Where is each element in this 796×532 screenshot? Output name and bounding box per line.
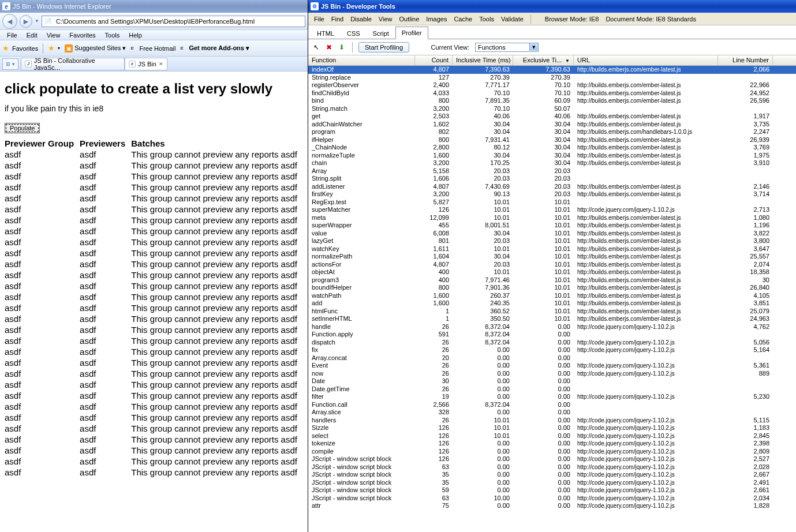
devmenu-images[interactable]: Images	[423, 16, 450, 23]
profiler-row[interactable]: program80230.0430.04http://builds.emberj…	[308, 128, 796, 136]
devmenu-outline[interactable]: Outline	[395, 16, 423, 23]
export-icon[interactable]: ⬇	[337, 43, 346, 52]
tab-script[interactable]: Script	[367, 27, 395, 39]
url-input[interactable]	[54, 17, 305, 26]
tab-jsbin-collab[interactable]: J JS Bin - Collaborative JavaSc...	[21, 58, 125, 70]
address-bar[interactable]: 📄	[42, 16, 305, 27]
profiler-row[interactable]: add1,600240.3510.01http://builds.emberjs…	[308, 299, 796, 308]
profiler-row[interactable]: Function.apply5918,372.040.00	[308, 331, 796, 339]
menu-file[interactable]: File	[2, 32, 22, 39]
browser-mode[interactable]: Browser Mode: IE8	[541, 16, 603, 23]
suggested-sites[interactable]: ▣Suggested Sites ▾	[65, 44, 126, 53]
profiler-row[interactable]: boundIfHelper8007,901.3610.01http://buil…	[308, 284, 796, 292]
profiler-row[interactable]: handle268,372.040.00http://code.jquery.c…	[308, 323, 796, 331]
profiler-row[interactable]: watchPath1,600260.3710.01http://builds.e…	[308, 292, 796, 300]
menu-tools[interactable]: Tools	[100, 32, 125, 39]
start-profiling-button[interactable]: Start Profiling	[358, 42, 409, 53]
profiler-row[interactable]: addListener4,8077,430.6920.03http://buil…	[308, 183, 796, 191]
clear-icon[interactable]: ✖	[324, 43, 334, 52]
tab-css[interactable]: CSS	[341, 27, 367, 39]
profiler-row[interactable]: get2,50340.0640.06http://builds.emberjs.…	[308, 113, 796, 121]
get-addons[interactable]: eGet more Add-ons ▾	[180, 44, 249, 52]
devmenu-validate[interactable]: Validate	[498, 16, 527, 23]
profiler-row[interactable]: watchKey1,61110.0110.01http://builds.emb…	[308, 245, 796, 253]
free-hotmail[interactable]: eFree Hotmail	[130, 45, 175, 52]
profiler-row[interactable]: Sizzle12610.010.00http://code.jquery.com…	[308, 424, 796, 432]
profiler-row[interactable]: superMatcher12610.0110.01http://code.jqu…	[308, 206, 796, 214]
profiler-row[interactable]: JScript - window script block590.000.00h…	[308, 486, 796, 494]
profiler-row[interactable]: setInnerHTML1350.5010.01http://builds.em…	[308, 315, 796, 323]
profiler-row[interactable]: value6,00830.0410.01http://builds.emberj…	[308, 230, 796, 238]
profiler-row[interactable]: Event260.000.00http://code.jquery.com/jq…	[308, 362, 796, 370]
tab-jsbin[interactable]: e JS Bin ✕	[125, 58, 167, 70]
profiler-row[interactable]: JScript - window script block630.000.00h…	[308, 463, 796, 471]
tab-profiler[interactable]: Profiler	[395, 27, 428, 39]
profiler-row[interactable]: bind8007,891.3560.09http://builds.emberj…	[308, 97, 796, 105]
profiler-row[interactable]: attr750.000.00http://code.jquery.com/jqu…	[308, 502, 796, 510]
col-inclusive-time[interactable]: Inclusive Time (ms)	[453, 55, 513, 65]
devmenu-disable[interactable]: Disable	[347, 16, 375, 23]
profiler-row[interactable]: dispatch268,372.040.00http://code.jquery…	[308, 339, 796, 347]
profiler-row[interactable]: normalizePath1,60430.0410.01http://build…	[308, 253, 796, 261]
ie-titlebar[interactable]: e JS Bin - Windows Internet Explorer	[0, 0, 308, 13]
document-mode[interactable]: Document Mode: IE8 Standards	[602, 16, 700, 23]
devmenu-file[interactable]: File	[311, 16, 328, 23]
profiler-row[interactable]: superWrapper4558,001.5110.01http://build…	[308, 222, 796, 230]
profiler-row[interactable]: String.replace127270.39270.39	[308, 74, 796, 82]
menu-help[interactable]: Help	[124, 32, 147, 39]
profiler-row[interactable]: fix260.000.00http://code.jquery.com/jque…	[308, 346, 796, 354]
profiler-row[interactable]: String.split1,60620.0320.03	[308, 175, 796, 183]
add-fav-button[interactable]: ★▾	[48, 44, 60, 53]
col-exclusive-time[interactable]: Exclusive Ti...▼	[513, 55, 574, 65]
profiler-row[interactable]: meta12,09910.0110.01http://builds.emberj…	[308, 214, 796, 222]
profiler-row[interactable]: Array.concat200.000.00	[308, 354, 796, 362]
populate-button[interactable]: Populate	[5, 123, 40, 133]
devmenu-tools[interactable]: Tools	[476, 16, 498, 23]
favorites-button[interactable]: ★Favorites	[2, 44, 38, 53]
profiler-row[interactable]: lazyGet80120.0310.01http://builds.emberj…	[308, 237, 796, 245]
quick-tabs-button[interactable]: ⊞ ▾	[2, 58, 18, 70]
col-function[interactable]: Function	[308, 55, 415, 65]
profiler-row[interactable]: Function.call2,5668,372.040.00	[308, 401, 796, 409]
profiler-row[interactable]: Date300.000.00	[308, 377, 796, 385]
profiler-row[interactable]: handlers2610.010.00http://code.jquery.co…	[308, 417, 796, 425]
profiler-row[interactable]: Array5,15820.0320.03	[308, 167, 796, 175]
profiler-row[interactable]: indexOf4,8077,390.637,390.63http://build…	[308, 66, 796, 74]
col-count[interactable]: Count	[415, 55, 453, 65]
profiler-row[interactable]: Date.getTime260.000.00	[308, 385, 796, 394]
col-url[interactable]: URL	[574, 55, 718, 65]
profiler-row[interactable]: tokenize1260.000.00http://code.jquery.co…	[308, 440, 796, 448]
profiler-row[interactable]: now260.000.00http://code.jquery.com/jque…	[308, 370, 796, 378]
profiler-row[interactable]: registerObserver2,4007,771.1770.10http:/…	[308, 81, 796, 89]
menu-edit[interactable]: Edit	[22, 32, 42, 39]
profiler-row[interactable]: _ChainNode2,80080.1230.04http://builds.e…	[308, 144, 796, 152]
profiler-row[interactable]: actionsFor4,80720.0310.01http://builds.e…	[308, 261, 796, 269]
devmenu-find[interactable]: Find	[328, 16, 347, 23]
profiler-row[interactable]: RegExp.test5,82710.0110.01	[308, 198, 796, 207]
profiler-row[interactable]: JScript - window script block6310.000.00…	[308, 494, 796, 503]
profiler-row[interactable]: chain3,200170.2530.04http://builds.ember…	[308, 159, 796, 167]
profiler-row[interactable]: JScript - window script block1260.000.00…	[308, 455, 796, 463]
profiler-row[interactable]: findChildById4,03370.1070.10http://build…	[308, 89, 796, 98]
menu-favorites[interactable]: Favorites	[65, 32, 100, 39]
profiler-row[interactable]: program34007,971.4610.01http://builds.em…	[308, 276, 796, 284]
devtools-titlebar[interactable]: ⚙ JS Bin - Developer Tools	[308, 0, 796, 13]
forward-button[interactable]: ►	[20, 15, 32, 28]
profiler-row[interactable]: addChainWatcher1,60230.0430.04http://bui…	[308, 121, 796, 129]
profiler-row[interactable]: objectAt40010.0110.01http://builds.ember…	[308, 268, 796, 276]
col-line-number[interactable]: Line Number	[718, 55, 773, 65]
profiler-row[interactable]: filter190.000.00http://code.jquery.com/j…	[308, 393, 796, 401]
close-tab-icon[interactable]: ✕	[159, 61, 163, 67]
profiler-row[interactable]: JScript - window script block350.000.00h…	[308, 479, 796, 487]
pointer-icon[interactable]: ↖	[312, 43, 321, 52]
current-view-dropdown[interactable]: Functions ▾	[475, 43, 539, 52]
profiler-row[interactable]: compile1260.000.00http://code.jquery.com…	[308, 448, 796, 456]
profiler-row[interactable]: String.match3,20070.1050.07	[308, 105, 796, 113]
profiler-row[interactable]: ifHelper8007,931.4130.04http://builds.em…	[308, 136, 796, 144]
profiler-row[interactable]: firstKey3,20090.1320.03http://builds.emb…	[308, 190, 796, 198]
nav-dropdown[interactable]: ▼	[35, 18, 39, 24]
profiler-row[interactable]: JScript - window script block350.000.00h…	[308, 471, 796, 479]
menu-view[interactable]: View	[42, 32, 65, 39]
back-button[interactable]: ◄	[2, 14, 17, 29]
devmenu-view[interactable]: View	[375, 16, 396, 23]
